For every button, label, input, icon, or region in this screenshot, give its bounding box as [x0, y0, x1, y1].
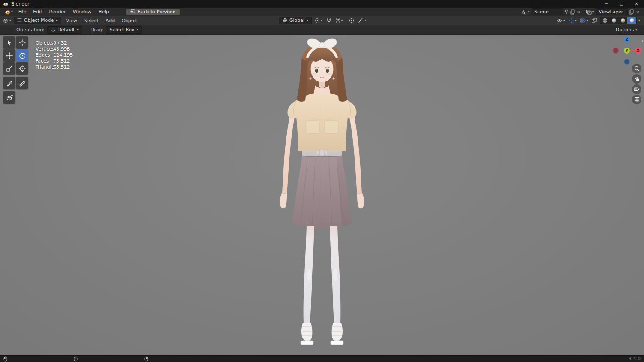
orientation-value: Default	[58, 27, 75, 33]
maximize-button[interactable]: □	[614, 0, 629, 8]
editor-3d-viewport-icon	[3, 18, 9, 24]
menu-render[interactable]: Render	[46, 8, 70, 16]
stat-faces: Faces75,512	[36, 58, 73, 64]
pin-icon[interactable]	[565, 9, 569, 15]
remove-viewlayer-icon[interactable]: ×	[635, 10, 640, 14]
orientation-label: Global	[289, 18, 304, 23]
editor-type-button[interactable]: ▾	[2, 17, 12, 24]
tool-annotate[interactable]	[3, 77, 15, 89]
object-visibility-dropdown[interactable]: ▾	[556, 18, 566, 24]
chevron-down-icon: ▾	[635, 28, 637, 32]
snap-target-dropdown[interactable]: ▾	[334, 18, 344, 24]
tool-rotate[interactable]	[16, 49, 28, 62]
magnet-icon	[326, 18, 331, 23]
mouse-middle-click-icon	[74, 356, 78, 362]
menu-add[interactable]: Add	[102, 16, 118, 25]
menu-file[interactable]: File	[15, 8, 30, 16]
close-button[interactable]: ×	[629, 0, 644, 8]
drag-value: Select Box	[109, 27, 134, 33]
shading-rendered-button[interactable]	[627, 17, 636, 24]
titlebar: Blender ─ □ ×	[0, 0, 644, 8]
snap-toggle[interactable]	[325, 18, 332, 24]
tool-select-box[interactable]	[3, 36, 15, 49]
xray-icon	[592, 18, 597, 23]
chevron-down-icon: ▾	[9, 19, 11, 22]
viewport-display-controls: ▾ ▾ ▾	[556, 17, 642, 24]
menu-help[interactable]: Help	[95, 8, 112, 16]
menu-window[interactable]: Window	[70, 8, 95, 16]
camera-view-button[interactable]	[632, 84, 641, 94]
menu-edit[interactable]: Edit	[30, 8, 46, 16]
menu-object[interactable]: Object	[118, 16, 140, 25]
viewport-3d[interactable]: Objects0 / 32 Vertices48,998 Edges124,19…	[0, 35, 644, 355]
mode-label: Object Mode	[24, 18, 54, 23]
pivot-point-dropdown[interactable]: ▾	[314, 18, 323, 24]
tool-scale[interactable]	[3, 62, 15, 75]
tool-group-gap	[3, 90, 28, 91]
new-scene-icon[interactable]	[570, 9, 575, 15]
shading-material-button[interactable]	[618, 17, 627, 24]
chevron-down-icon: ▾	[364, 19, 366, 22]
shading-wireframe-button[interactable]	[600, 17, 609, 24]
proportional-editing-toggle[interactable]	[348, 18, 355, 24]
axis-z-ball[interactable]: Z	[624, 36, 630, 42]
tool-add-cube[interactable]	[3, 91, 15, 104]
zoom-button[interactable]	[632, 64, 641, 73]
blender-logo-icon	[4, 9, 10, 15]
pan-hand-button[interactable]	[632, 74, 641, 84]
scene-name-field[interactable]: Scene	[532, 8, 563, 15]
proportional-editing-icon	[349, 18, 354, 23]
proportional-falloff-dropdown[interactable]: ▾	[357, 18, 367, 24]
statusbar: 3.4.0	[0, 355, 644, 362]
new-viewlayer-icon[interactable]	[629, 9, 634, 15]
menu-select[interactable]: Select	[81, 16, 102, 25]
stat-vertices: Vertices48,998	[36, 46, 73, 52]
viewlayer-icon	[586, 9, 592, 15]
options-dropdown[interactable]: Options ▾	[612, 27, 641, 33]
show-gizmo-toggle[interactable]: ▾	[568, 18, 577, 24]
minimize-button[interactable]: ─	[599, 0, 614, 8]
orientation-dropdown[interactable]: Default ▾	[47, 26, 82, 34]
blender-app-menu[interactable]: ▾	[2, 9, 15, 15]
chevron-down-icon: ▾	[307, 19, 308, 22]
tool-transform[interactable]	[16, 62, 28, 75]
grid-ortho-button[interactable]	[632, 95, 641, 104]
object-mode-icon	[17, 18, 22, 23]
chevron-down-icon: ▾	[77, 28, 79, 31]
scene-name: Scene	[534, 9, 549, 15]
tool-cursor[interactable]	[16, 36, 28, 49]
axis-x-ball[interactable]: X	[635, 48, 641, 54]
overlays-icon	[580, 18, 586, 23]
sidebar-toggle[interactable]: ‹	[642, 38, 644, 44]
transform-orientation-dropdown[interactable]: Global ▾	[279, 17, 312, 24]
axis-negative-x-ball[interactable]	[613, 48, 619, 54]
options-label: Options	[616, 27, 634, 33]
scene-icon	[521, 9, 527, 15]
viewlayer-name-field[interactable]: ViewLayer	[596, 8, 628, 15]
back-to-previous-label: Back to Previous	[137, 9, 176, 15]
window-controls: ─ □ ×	[599, 0, 644, 8]
axis-y-ball[interactable]: Y	[624, 48, 630, 54]
show-overlays-toggle[interactable]: ▾	[579, 18, 589, 24]
unlink-scene-icon[interactable]: ×	[576, 10, 581, 14]
viewlayer-name: ViewLayer	[598, 9, 623, 15]
transform-snap-controls: Global ▾ ▾ ▾	[279, 16, 367, 25]
mouse-right-click-icon	[144, 356, 148, 362]
character-model[interactable]	[0, 35, 644, 355]
drag-label: Drag:	[91, 27, 103, 33]
shading-solid-button[interactable]	[609, 17, 618, 24]
chevron-down-icon: ▾	[11, 10, 13, 14]
shading-dropdown-icon[interactable]: ▾	[638, 19, 640, 22]
back-to-previous-button[interactable]: Back to Previous	[126, 9, 180, 15]
viewlayer-browse-button[interactable]: ▾	[585, 9, 595, 15]
tool-move[interactable]	[3, 49, 15, 62]
axis-negative-z-ball[interactable]	[624, 59, 630, 65]
mode-dropdown[interactable]: Object Mode ▾	[14, 17, 61, 24]
tool-measure[interactable]	[16, 77, 28, 89]
navigation-gizmo[interactable]: Z X Y	[612, 36, 642, 66]
menu-view[interactable]: View	[63, 16, 81, 25]
scene-browse-button[interactable]: ▾	[520, 9, 530, 15]
drag-dropdown[interactable]: Select Box ▾	[106, 26, 142, 34]
xray-toggle[interactable]	[591, 18, 598, 24]
svg-text:Z: Z	[626, 37, 629, 42]
